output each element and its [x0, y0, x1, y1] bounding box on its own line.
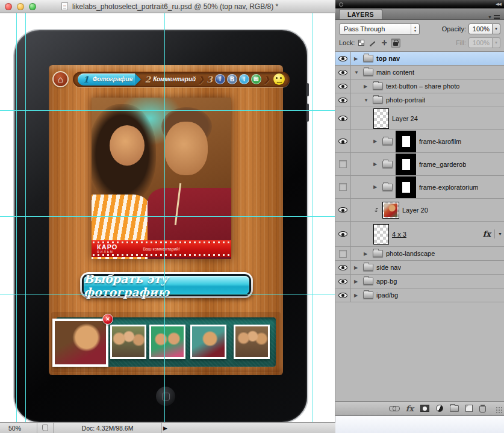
- layer-mask-thumbnail[interactable]: [396, 176, 416, 198]
- guide-horizontal[interactable]: [0, 216, 335, 217]
- link-icon[interactable]: [389, 406, 399, 411]
- expand-group-icon[interactable]: ▶: [354, 56, 360, 61]
- guide-horizontal[interactable]: [0, 110, 335, 111]
- collapse-group-icon[interactable]: ▼: [354, 70, 360, 75]
- email-icon[interactable]: ✉: [251, 74, 261, 84]
- expand-group-icon[interactable]: ▶: [364, 251, 370, 257]
- delete-icon[interactable]: [479, 405, 486, 413]
- guide-vertical[interactable]: [25, 13, 26, 422]
- layer-row[interactable]: ▶top nav: [335, 52, 504, 66]
- thumbnail[interactable]: [190, 325, 226, 359]
- group-icon[interactable]: [450, 405, 459, 412]
- visibility-toggle[interactable]: [335, 222, 351, 246]
- expand-group-icon[interactable]: ▶: [373, 161, 379, 167]
- zoom-level-field[interactable]: 50%: [0, 423, 37, 433]
- fill-dropdown-icon: ▼: [493, 37, 500, 48]
- visibility-toggle[interactable]: [335, 52, 351, 65]
- minimize-window-button[interactable]: [17, 3, 24, 10]
- visibility-toggle[interactable]: [335, 275, 351, 288]
- layer-row[interactable]: ▶frame-karofilm: [335, 130, 504, 153]
- lock-move-button[interactable]: ✛: [379, 39, 389, 48]
- smiley-icon[interactable]: [273, 73, 285, 85]
- panel-resize-grip[interactable]: [496, 407, 502, 413]
- layer-row[interactable]: ▼main content: [335, 66, 504, 79]
- collapse-panel-icon[interactable]: ◀◀: [496, 2, 501, 7]
- visibility-toggle[interactable]: [335, 199, 351, 221]
- visibility-toggle[interactable]: [335, 93, 351, 107]
- tab-layers[interactable]: LAYERS: [339, 9, 382, 19]
- visibility-toggle[interactable]: [335, 288, 351, 302]
- facebook-icon[interactable]: f: [215, 74, 225, 84]
- karo-film-strip: КАРО ФИЛЬМ Ваш комментарий!: [92, 240, 231, 257]
- opacity-input[interactable]: 100%: [468, 23, 493, 34]
- layer-thumbnail[interactable]: [373, 108, 389, 129]
- thumbnail[interactable]: [110, 325, 146, 359]
- thumbnail-selected[interactable]: ✕: [52, 319, 108, 367]
- layer-row[interactable]: ▶side nav: [335, 261, 504, 275]
- expand-group-icon[interactable]: ▶: [373, 139, 379, 144]
- guide-vertical[interactable]: [16, 13, 17, 422]
- visibility-toggle[interactable]: [335, 153, 351, 175]
- lock-all-button[interactable]: [391, 39, 400, 48]
- new-layer-icon[interactable]: [465, 405, 473, 412]
- guide-vertical[interactable]: [313, 13, 313, 422]
- thumbnail[interactable]: [149, 325, 185, 359]
- layer-row[interactable]: ▶ipad/bg: [335, 288, 504, 302]
- layer-thumbnail[interactable]: [382, 202, 399, 219]
- layer-mask-icon[interactable]: [420, 405, 429, 412]
- canvas-area[interactable]: ⌂ 1 Фотография 2 Комментарий ❯ 3 fВt✉ ❯: [0, 13, 335, 422]
- lock-paint-button[interactable]: [368, 39, 378, 48]
- remove-photo-button[interactable]: ✕: [102, 314, 113, 325]
- visibility-toggle[interactable]: [335, 261, 351, 274]
- layer-row[interactable]: ↴Layer 20: [335, 199, 504, 222]
- expand-group-icon[interactable]: ▶: [354, 279, 360, 284]
- folder-icon: [382, 161, 393, 168]
- panel-menu-icon[interactable]: ▼: [488, 15, 500, 19]
- tab-photo-step[interactable]: 1 Фотография: [78, 73, 135, 86]
- adjustment-layer-icon[interactable]: [436, 405, 443, 412]
- expand-group-icon[interactable]: ▶: [354, 265, 360, 270]
- expand-group-icon[interactable]: ▶: [354, 293, 360, 298]
- layer-row[interactable]: ▶photo-landscape: [335, 247, 504, 261]
- guide-horizontal[interactable]: [0, 294, 335, 294]
- vk-icon[interactable]: В: [227, 74, 237, 84]
- thumbnail[interactable]: [234, 325, 270, 359]
- layer-mask-thumbnail[interactable]: [396, 131, 416, 152]
- blend-mode-select[interactable]: Pass Through ▲▼: [339, 23, 420, 35]
- layer-row[interactable]: ▶frame_garderob: [335, 153, 504, 176]
- close-window-button[interactable]: [5, 3, 12, 10]
- home-icon[interactable]: ⌂: [52, 71, 69, 87]
- layer-row[interactable]: ▶text-button – share photo: [335, 79, 504, 93]
- layer-row[interactable]: ▶app-bg: [335, 275, 504, 288]
- step3-number: 3: [207, 75, 213, 84]
- opacity-dropdown-icon[interactable]: ▼: [493, 23, 500, 34]
- selected-photo[interactable]: КАРО ФИЛЬМ Ваш комментарий!: [92, 98, 231, 259]
- film-comment-text: Ваш комментарий!: [92, 247, 231, 251]
- layer-style-icon[interactable]: fx: [406, 404, 414, 413]
- doc-size-info[interactable]: Doc: 4.32M/98.6M: [54, 423, 162, 433]
- visibility-toggle[interactable]: [335, 247, 351, 260]
- panel-tab-bar: LAYERS ▼: [335, 8, 504, 20]
- visibility-toggle[interactable]: [335, 79, 351, 93]
- layer-row[interactable]: Layer 24: [335, 107, 504, 130]
- visibility-toggle[interactable]: [335, 66, 351, 79]
- step2-label[interactable]: Комментарий: [153, 76, 196, 83]
- visibility-toggle[interactable]: [335, 176, 351, 198]
- layer-row[interactable]: ▶frame-exploratorium: [335, 176, 504, 199]
- visibility-toggle[interactable]: [335, 130, 351, 152]
- fx-badge[interactable]: fx: [483, 229, 494, 238]
- lock-transparency-button[interactable]: [356, 39, 366, 48]
- twitter-icon[interactable]: t: [239, 74, 249, 84]
- status-menu-arrow[interactable]: ▶: [163, 425, 167, 431]
- fx-dropdown-icon[interactable]: ▼: [494, 229, 504, 238]
- guide-vertical[interactable]: [164, 13, 165, 422]
- expand-group-icon[interactable]: ▶: [364, 84, 370, 89]
- layer-mask-thumbnail[interactable]: [396, 154, 416, 175]
- layer-thumbnail[interactable]: [373, 224, 389, 245]
- expand-group-icon[interactable]: ▶: [373, 184, 379, 190]
- layer-row[interactable]: 4 x 3fx▼: [335, 222, 504, 247]
- layer-row[interactable]: ▼photo-portrait: [335, 93, 504, 107]
- visibility-toggle[interactable]: [335, 107, 351, 129]
- collapse-group-icon[interactable]: ▼: [364, 98, 370, 103]
- zoom-window-button[interactable]: [29, 3, 36, 10]
